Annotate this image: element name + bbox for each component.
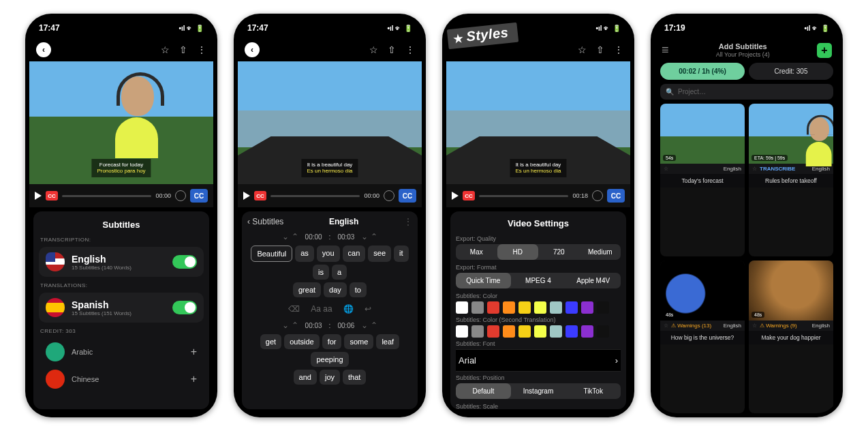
play-button[interactable] <box>452 192 459 200</box>
word-token[interactable]: day <box>324 282 347 297</box>
cc-toggle-icon[interactable]: CC <box>254 191 266 200</box>
toggle-spanish[interactable] <box>172 301 197 314</box>
color-swatch[interactable] <box>565 301 578 314</box>
more-icon[interactable]: ⋮ <box>404 217 412 226</box>
back-subtitles[interactable]: ‹ Subtitles <box>247 217 283 226</box>
color-swatch[interactable] <box>534 301 546 314</box>
color-swatch[interactable] <box>550 301 562 314</box>
color-swatch[interactable] <box>487 301 499 314</box>
color-swatch[interactable] <box>597 325 609 338</box>
color-swatch[interactable] <box>503 325 515 338</box>
word-token[interactable]: for <box>322 334 342 349</box>
lang-row-chinese[interactable]: Chinese+ <box>39 366 204 393</box>
format-segment[interactable]: Quick TimeMPEG 4Apple M4V <box>456 273 621 288</box>
word-token[interactable]: get <box>260 334 281 349</box>
color-swatch[interactable] <box>456 301 468 314</box>
more-icon[interactable]: ⋮ <box>405 44 415 55</box>
word-token[interactable]: outside <box>284 334 319 349</box>
star-icon[interactable]: ☆ <box>578 44 587 55</box>
star-icon[interactable]: ☆ <box>752 166 757 172</box>
share-icon[interactable]: ⇧ <box>388 44 396 55</box>
search-input[interactable]: 🔍 Project… <box>660 84 833 100</box>
segment-option[interactable]: Instagram <box>511 383 566 399</box>
font-row[interactable]: Arial› <box>456 349 621 372</box>
word-token[interactable]: see <box>368 246 391 262</box>
more-icon[interactable]: ⋮ <box>197 44 206 55</box>
cc-toggle-icon[interactable]: CC <box>46 191 58 200</box>
seek-bar[interactable] <box>479 195 568 197</box>
add-project-button[interactable]: + <box>817 43 832 58</box>
word-token[interactable]: Beautiful <box>251 246 292 262</box>
color-swatch[interactable] <box>487 325 499 338</box>
word-token[interactable]: joy <box>320 370 340 385</box>
credit-pill[interactable]: Credit: 305 <box>749 63 833 80</box>
segment-option[interactable]: Default <box>456 383 511 399</box>
project-card[interactable]: ETA: 59s | 59s ☆TRANSCRIBEEnglish Rules … <box>749 104 833 256</box>
word-token[interactable]: to <box>350 282 367 297</box>
speed-icon[interactable] <box>384 190 394 201</box>
seek-bar[interactable] <box>62 195 151 197</box>
word-token[interactable]: can <box>343 246 366 262</box>
lang-row-english[interactable]: English 15 Subtitles (140 Words) <box>39 247 204 277</box>
segment-option[interactable]: Apple M4V <box>565 273 621 288</box>
project-card[interactable]: 48s ☆⚠ Warnings (13)English How big is t… <box>660 261 745 413</box>
segment-option[interactable]: Medium <box>580 244 621 260</box>
cc-button[interactable]: CC <box>607 189 625 203</box>
color-swatch[interactable] <box>597 301 609 314</box>
word-token[interactable]: and <box>294 370 317 385</box>
star-icon[interactable]: ☆ <box>752 323 757 329</box>
speed-icon[interactable] <box>592 190 603 201</box>
segment-option[interactable]: Max <box>456 244 497 260</box>
color-swatch[interactable] <box>550 325 562 338</box>
star-icon[interactable]: ☆ <box>161 44 170 55</box>
segment-option[interactable]: TikTok <box>565 383 621 399</box>
editor-action[interactable]: ⌫ <box>288 304 300 314</box>
menu-icon[interactable]: ≡ <box>662 43 669 57</box>
color-swatch[interactable] <box>534 325 546 338</box>
word-token[interactable]: you <box>317 246 340 262</box>
color-swatch[interactable] <box>503 301 515 314</box>
seek-bar[interactable] <box>270 195 360 197</box>
segment-option[interactable]: HD <box>497 244 539 260</box>
lang-row-arabic[interactable]: Arabic+ <box>39 338 204 366</box>
color-swatch[interactable] <box>565 325 578 338</box>
add-icon[interactable]: + <box>191 373 197 385</box>
more-icon[interactable]: ⋮ <box>614 44 623 55</box>
word-token[interactable]: is <box>313 265 329 280</box>
word-token[interactable]: a <box>332 265 347 280</box>
add-icon[interactable]: + <box>191 346 197 358</box>
project-card[interactable]: 54s ☆English Today's forecast <box>660 104 745 256</box>
star-icon[interactable]: ☆ <box>664 323 668 329</box>
color-swatch[interactable] <box>581 301 593 314</box>
word-token[interactable]: peeping <box>311 352 348 367</box>
star-icon[interactable]: ☆ <box>369 44 378 55</box>
editor-action[interactable]: Aa aa <box>311 304 332 314</box>
star-icon[interactable]: ☆ <box>664 166 668 172</box>
video-preview[interactable]: It is a beautiful dayEs un hermoso día <box>238 61 422 184</box>
back-button[interactable]: ‹ <box>245 42 260 57</box>
editor-action[interactable]: ↩︎ <box>365 304 371 314</box>
word-token[interactable]: some <box>344 334 373 349</box>
segment-option[interactable]: MPEG 4 <box>511 273 566 288</box>
color-swatch[interactable] <box>456 325 468 338</box>
word-token[interactable]: that <box>343 370 366 385</box>
word-token[interactable]: leaf <box>376 334 399 349</box>
clip-next-icon[interactable]: ⌄ ⌃ <box>361 232 377 241</box>
lang-row-spanish[interactable]: Spanish 15 Subtitles (151 Words) <box>39 293 204 323</box>
cc-button[interactable]: CC <box>190 189 208 203</box>
back-button[interactable]: ‹ <box>36 42 51 57</box>
color-row-1[interactable] <box>456 301 621 314</box>
segment-option[interactable]: Quick Time <box>456 273 511 288</box>
progress-pill[interactable]: 00:02 / 1h (4%) <box>660 63 745 80</box>
color-row-2[interactable] <box>456 325 621 338</box>
position-segment[interactable]: DefaultInstagramTikTok <box>456 383 621 399</box>
editor-action[interactable]: 🌐 <box>343 304 354 314</box>
word-token[interactable]: as <box>295 246 314 262</box>
color-swatch[interactable] <box>518 301 531 314</box>
share-icon[interactable]: ⇧ <box>179 44 187 55</box>
color-swatch[interactable] <box>471 325 484 338</box>
word-token[interactable]: great <box>293 282 321 297</box>
segment-option[interactable]: 720 <box>538 244 580 260</box>
cc-toggle-icon[interactable]: CC <box>463 191 475 200</box>
color-swatch[interactable] <box>581 325 593 338</box>
